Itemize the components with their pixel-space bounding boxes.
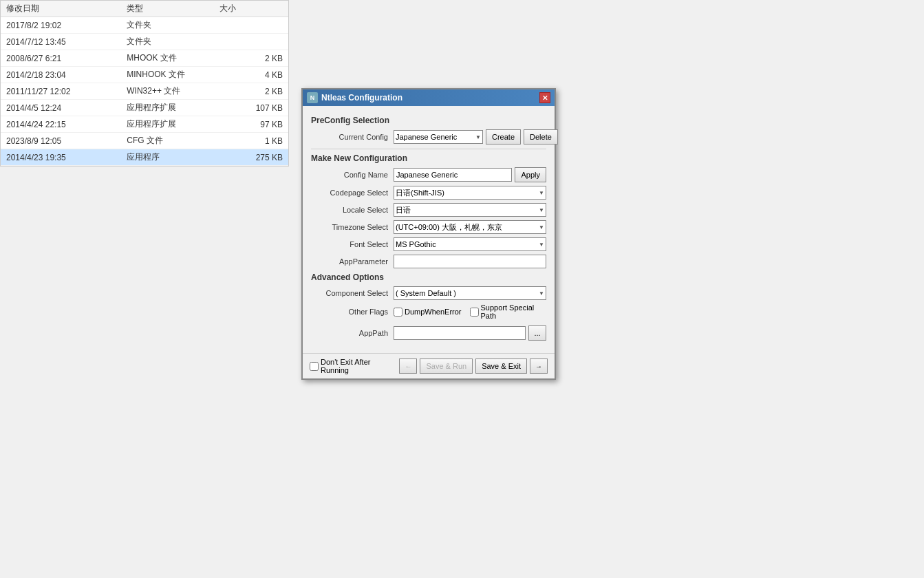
dont-exit-label[interactable]: Don't Exit After Running — [310, 358, 395, 374]
dialog-icon: N — [307, 92, 318, 103]
close-button[interactable]: ✕ — [539, 92, 550, 103]
flags-checkboxes: DumpWhenError Support Special Path — [394, 303, 546, 320]
ntleas-config-dialog: N Ntleas Configuration ✕ PreConfig Selec… — [301, 88, 556, 380]
component-select-wrap: ( System Default ) ▼ — [394, 286, 546, 300]
locale-controls: 日语 ▼ — [394, 203, 546, 217]
apppath-input[interactable] — [394, 326, 526, 340]
font-label: Font Select — [311, 240, 394, 248]
component-label: Component Select — [311, 289, 394, 297]
apppath-browse-button[interactable]: ... — [528, 325, 546, 341]
current-config-select[interactable]: Japanese Generic — [394, 130, 483, 144]
current-config-controls: Japanese Generic ▼ Create Delete — [394, 129, 558, 144]
appparam-label: AppParameter — [311, 257, 394, 266]
bottom-buttons: ← Save & Run Save & Exit → — [399, 358, 548, 374]
font-select-wrap: MS PGothic ▼ — [394, 237, 546, 251]
font-row: Font Select MS PGothic ▼ — [311, 237, 546, 251]
support-special-path-text: Support Special Path — [481, 303, 546, 320]
font-select[interactable]: MS PGothic — [394, 237, 546, 251]
current-config-select-wrap: Japanese Generic ▼ — [394, 130, 483, 144]
preconfig-section-header: PreConfig Selection — [311, 116, 546, 125]
timezone-label: Timezone Select — [311, 223, 394, 231]
component-select[interactable]: ( System Default ) — [394, 286, 546, 300]
locale-select-wrap: 日语 ▼ — [394, 203, 546, 217]
timezone-controls: (UTC+09:00) 大阪，札幌，东京 ▼ — [394, 220, 546, 234]
apppath-controls: ... — [394, 325, 546, 341]
config-name-row: Config Name Apply — [311, 167, 546, 182]
locale-row: Locale Select 日语 ▼ — [311, 203, 546, 217]
config-name-input-row: Apply — [394, 167, 546, 182]
dump-when-error-text: DumpWhenError — [405, 308, 462, 316]
dump-when-error-checkbox[interactable] — [394, 308, 402, 317]
other-flags-controls: DumpWhenError Support Special Path — [394, 303, 546, 320]
config-name-label: Config Name — [311, 171, 394, 179]
current-config-label: Current Config — [311, 133, 394, 141]
config-name-input[interactable] — [394, 168, 512, 182]
back-button[interactable]: ← — [399, 358, 417, 374]
codepage-row: Codepage Select 日语(Shift-JIS) ▼ — [311, 186, 546, 200]
apply-button[interactable]: Apply — [515, 167, 546, 182]
forward-button[interactable]: → — [530, 358, 548, 374]
dialog-title-area: N Ntleas Configuration — [307, 92, 402, 103]
appparam-row: AppParameter — [311, 255, 546, 268]
support-special-path-checkbox[interactable] — [470, 308, 479, 317]
other-flags-label: Other Flags — [311, 308, 394, 316]
locale-select[interactable]: 日语 — [394, 203, 546, 217]
advanced-section-header: Advanced Options — [311, 272, 546, 282]
save-exit-button[interactable]: Save & Exit — [475, 358, 527, 374]
advanced-section: Advanced Options Component Select ( Syst… — [311, 272, 546, 320]
save-run-button[interactable]: Save & Run — [420, 358, 473, 374]
timezone-select[interactable]: (UTC+09:00) 大阪，札幌，东京 — [394, 220, 546, 234]
create-button[interactable]: Create — [486, 129, 521, 144]
dont-exit-checkbox[interactable] — [310, 362, 319, 371]
component-row: Component Select ( System Default ) ▼ — [311, 286, 546, 300]
dialog-overlay: N Ntleas Configuration ✕ PreConfig Selec… — [0, 0, 924, 578]
timezone-row: Timezone Select (UTC+09:00) 大阪，札幌，东京 ▼ — [311, 220, 546, 234]
locale-label: Locale Select — [311, 206, 394, 214]
other-flags-row: Other Flags DumpWhenError Support Specia… — [311, 303, 546, 320]
dialog-titlebar: N Ntleas Configuration ✕ — [303, 89, 555, 106]
apppath-row: AppPath ... — [311, 325, 546, 341]
dump-when-error-label[interactable]: DumpWhenError — [394, 308, 462, 317]
appparam-controls — [394, 255, 546, 268]
appparam-input[interactable] — [394, 255, 546, 268]
divider-1 — [311, 149, 546, 149]
apppath-label: AppPath — [311, 329, 394, 337]
config-name-controls: Apply — [394, 167, 546, 182]
codepage-label: Codepage Select — [311, 189, 394, 197]
delete-button[interactable]: Delete — [524, 129, 558, 144]
codepage-select[interactable]: 日语(Shift-JIS) — [394, 186, 546, 200]
font-controls: MS PGothic ▼ — [394, 237, 546, 251]
component-controls: ( System Default ) ▼ — [394, 286, 546, 300]
dialog-title: Ntleas Configuration — [321, 93, 402, 103]
current-config-row: Current Config Japanese Generic ▼ Create… — [311, 129, 546, 144]
timezone-select-wrap: (UTC+09:00) 大阪，札幌，东京 ▼ — [394, 220, 546, 234]
dialog-bottom: Don't Exit After Running ← Save & Run Sa… — [303, 353, 555, 378]
dont-exit-text: Don't Exit After Running — [321, 358, 395, 374]
codepage-select-wrap: 日语(Shift-JIS) ▼ — [394, 186, 546, 200]
codepage-controls: 日语(Shift-JIS) ▼ — [394, 186, 546, 200]
makenew-section-header: Make New Configuration — [311, 153, 546, 163]
support-special-path-label[interactable]: Support Special Path — [470, 303, 546, 320]
dialog-body: PreConfig Selection Current Config Japan… — [303, 106, 555, 353]
